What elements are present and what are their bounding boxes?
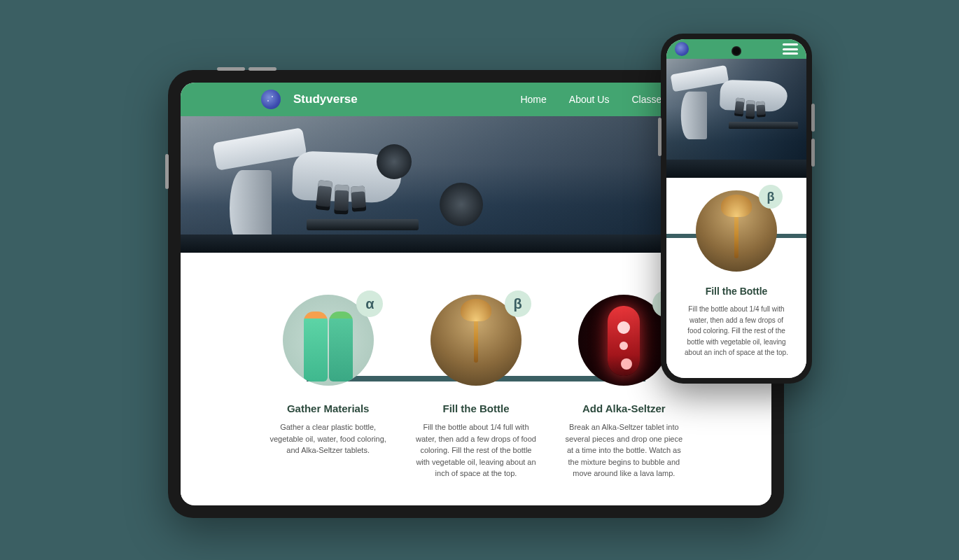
step-title: Fill the Bottle xyxy=(412,402,539,414)
phone-button xyxy=(658,118,662,156)
knob-shape xyxy=(377,144,412,179)
step-desc: Break an Alka-Seltzer tablet into severa… xyxy=(561,421,687,479)
tablet-button xyxy=(165,154,169,189)
step-title: Gather Materials xyxy=(265,402,391,414)
phone-device-frame: β Fill the Bottle Fill the bottle about … xyxy=(661,34,812,384)
step-2: β Fill the Bottle Fill the bottle about … xyxy=(412,295,539,479)
nav-home[interactable]: Home xyxy=(520,94,546,105)
brand-name: Studyverse xyxy=(293,92,507,106)
tablet-button xyxy=(248,67,276,71)
nav-about[interactable]: About Us xyxy=(569,94,610,105)
step-desc: Gather a clear plastic bottle, vegetable… xyxy=(265,421,391,456)
mobile-step-section: β Fill the Bottle Fill the bottle about … xyxy=(666,178,806,378)
phone-button xyxy=(811,104,815,132)
hero-image xyxy=(666,59,806,178)
step-badge: β xyxy=(759,185,783,209)
step-1: α Gather Materials Gather a clear plasti… xyxy=(265,295,391,479)
step-title: Add Alka-Seltzer xyxy=(561,402,687,414)
hamburger-menu-icon[interactable] xyxy=(783,43,798,55)
bench-shape xyxy=(666,160,806,178)
microscope-illustration xyxy=(666,59,798,146)
step-badge: β xyxy=(505,290,531,317)
microscope-illustration xyxy=(202,116,419,253)
phone-button xyxy=(811,139,815,167)
logo-icon[interactable] xyxy=(261,90,281,109)
tablet-button xyxy=(217,67,245,71)
knob-shape xyxy=(440,183,483,226)
step-desc: Fill the bottle about 1/4 full with wate… xyxy=(412,421,539,479)
step-badge: α xyxy=(356,290,383,317)
camera-hole-icon xyxy=(732,46,741,56)
phone-screen: β Fill the Bottle Fill the bottle about … xyxy=(666,39,806,378)
step-desc: Fill the bottle about 1/4 full with wate… xyxy=(679,304,794,358)
step-title: Fill the Bottle xyxy=(679,286,794,297)
logo-icon[interactable] xyxy=(675,42,689,56)
